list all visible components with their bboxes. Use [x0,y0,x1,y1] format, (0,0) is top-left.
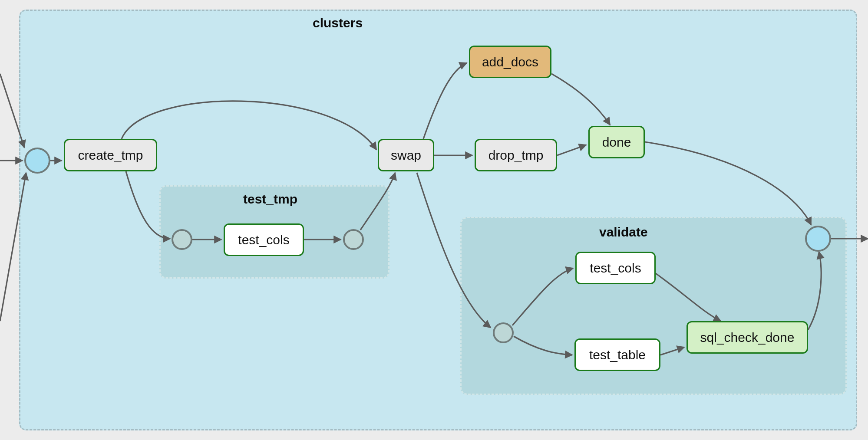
node-label: test_cols [238,233,289,247]
group-title-clusters: clusters [313,16,363,30]
dag-canvas[interactable]: clusters test_tmp validate create_tmp sw… [0,0,868,440]
node-drop-tmp[interactable]: drop_tmp [475,139,557,171]
node-label: sql_check_done [700,330,795,345]
node-label: drop_tmp [488,148,544,163]
node-add-docs[interactable]: add_docs [469,46,551,78]
validate-in-circle[interactable] [493,322,514,343]
test-tmp-in-circle[interactable] [172,229,192,250]
node-label: done [602,135,631,150]
node-label: test_table [589,348,646,362]
node-label: create_tmp [78,148,143,163]
node-swap[interactable]: swap [378,139,434,171]
node-done[interactable]: done [588,126,645,158]
node-label: add_docs [482,55,538,69]
node-test-cols-2[interactable]: test_cols [575,252,656,284]
end-circle[interactable] [805,226,831,252]
node-test-cols-1[interactable]: test_cols [224,223,304,256]
node-label: swap [391,148,421,163]
test-tmp-out-circle[interactable] [343,229,364,250]
start-circle[interactable] [24,148,50,174]
node-sql-check-done[interactable]: sql_check_done [686,321,808,354]
group-title-validate: validate [599,225,648,240]
node-create-tmp[interactable]: create_tmp [64,139,157,171]
node-label: test_cols [590,261,641,276]
node-test-table[interactable]: test_table [574,338,660,371]
group-title-test-tmp: test_tmp [243,192,297,207]
